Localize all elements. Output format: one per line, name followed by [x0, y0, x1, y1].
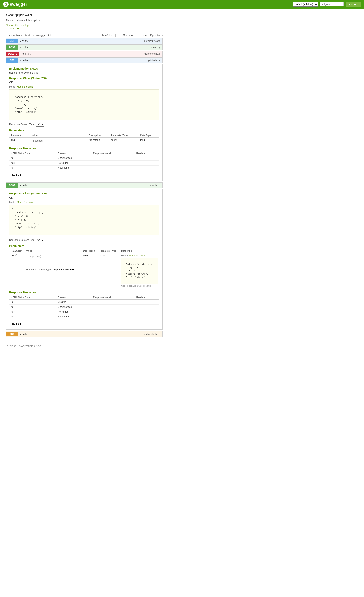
swagger-icon: {}: [3, 1, 9, 7]
footer: [ BASE URL: / , API VERSION: 1.0.0 ]: [0, 344, 364, 348]
api-links: Contact the developer Apache 2.0: [6, 24, 163, 30]
col-description: Description: [81, 249, 98, 253]
try-it-out-button[interactable]: Try it out!: [9, 173, 24, 177]
params-title: Parameters: [9, 244, 159, 248]
contact-developer-link[interactable]: Contact the developer: [6, 24, 163, 27]
logo: {} swagger: [3, 1, 27, 7]
get-hotel-panel: Implementation Notes get the hotel by th…: [6, 64, 163, 181]
col-headers: Headers: [135, 295, 159, 300]
col-headers: Headers: [135, 151, 159, 156]
response-json-box: { "address": "string", "city": 0, "id": …: [9, 89, 159, 120]
response-json-box: { "address": "string", "city": 0, "id": …: [9, 205, 159, 235]
col-value: Value: [25, 249, 81, 253]
api-select[interactable]: default (api-docs): [293, 2, 318, 7]
method-badge-get: GET: [6, 58, 18, 63]
click-hint: Click to set as parameter value: [121, 285, 158, 287]
reason: Created: [56, 300, 92, 305]
reason: Not Found: [56, 314, 92, 319]
headers: [135, 314, 159, 319]
params-title: Parameters: [9, 129, 159, 132]
param-name: cid: [9, 138, 30, 144]
param-description: hotel: [81, 253, 98, 288]
col-value: Value: [30, 133, 87, 138]
response-content-type: Response Content Type */*: [9, 122, 159, 126]
response-model: [92, 161, 135, 165]
table-row: 404 Not Found: [9, 165, 159, 170]
endpoint-post-city[interactable]: POST /city save city: [6, 45, 163, 50]
col-data-type: Data Type: [120, 249, 159, 253]
col-data-type: Data Type: [139, 133, 159, 138]
show-hide-link[interactable]: Show/Hide: [101, 34, 113, 37]
param-content-type-select[interactable]: application/json: [53, 268, 75, 271]
col-param-type: Parameter Type: [98, 249, 120, 253]
status-code: 403: [9, 161, 56, 165]
endpoint-get-city[interactable]: GET /city get city by state: [6, 38, 163, 44]
api-key-input[interactable]: [320, 2, 344, 7]
response-messages-table: HTTP Status Code Reason Response Model H…: [9, 295, 159, 319]
table-row: 403 Forbidden: [9, 161, 159, 165]
status-code: 201: [9, 300, 56, 305]
col-response-model: Response Model: [92, 295, 135, 300]
endpoint-path: /city: [18, 38, 142, 44]
method-badge-post: POST: [6, 45, 18, 50]
inline-model-schema-link[interactable]: Model Schema: [129, 254, 145, 257]
param-hotel-textarea[interactable]: [26, 254, 80, 266]
model-schema-link[interactable]: Model Schema: [17, 85, 32, 88]
response-messages-title: Response Messages: [9, 291, 159, 294]
endpoint-path: /hotel: [18, 58, 146, 63]
param-value-cell: Parameter content type: application/json: [25, 253, 81, 288]
endpoint-post-hotel[interactable]: POST /hotel save hotel: [6, 182, 163, 188]
col-status-code: HTTP Status Code: [9, 295, 56, 300]
method-badge-post: POST: [6, 183, 18, 188]
table-row: 401 Unauthorized: [9, 305, 159, 309]
endpoint-desc: save hotel: [148, 183, 162, 188]
endpoint-put-hotel[interactable]: PUT /hotel update the hotel: [6, 331, 163, 337]
impl-notes-title: Implementation Notes: [9, 67, 159, 70]
apache-link[interactable]: Apache 2.0: [6, 27, 163, 30]
model-toggle: Model Model Schema: [9, 201, 159, 204]
header: {} swagger default (api-docs) Explore: [0, 0, 364, 9]
list-operations-link[interactable]: List Operations: [118, 34, 135, 37]
reason: Unauthorized: [56, 156, 92, 161]
params-table: Parameter Value Description Parameter Ty…: [9, 133, 159, 144]
endpoint-get-hotel[interactable]: GET /hotel get the hotel: [6, 57, 163, 63]
model-schema-inline: Model Model Schema: [121, 254, 158, 257]
try-it-out-button[interactable]: Try it out!: [9, 322, 24, 326]
param-cid-input[interactable]: [32, 139, 67, 143]
headers: [135, 300, 159, 305]
headers: [135, 165, 159, 170]
inline-json-box: { "address": "string", "city": 0, "id": …: [121, 258, 158, 284]
reason: Unauthorized: [56, 305, 92, 309]
response-ok: OK: [9, 196, 159, 199]
footer-text: [ BASE URL: / , API VERSION: 1.0.0 ]: [6, 345, 42, 347]
explore-button[interactable]: Explore: [346, 2, 361, 7]
response-model: [92, 314, 135, 319]
param-type: body: [98, 253, 120, 288]
endpoint-desc: get the hotel: [146, 58, 162, 63]
endpoint-desc: get city by state: [142, 38, 162, 43]
endpoint-desc: delete the hotel: [142, 51, 162, 56]
method-badge-put: PUT: [6, 332, 18, 337]
col-parameter: Parameter: [9, 133, 30, 138]
params-table: Parameter Value Description Parameter Ty…: [9, 249, 159, 288]
col-reason: Reason: [56, 295, 92, 300]
endpoint-desc: save city: [149, 45, 162, 50]
expand-operations-link[interactable]: Expand Operations: [141, 34, 163, 37]
reason: Not Found: [56, 165, 92, 170]
response-content-type-select[interactable]: */*: [36, 238, 44, 242]
status-code: 404: [9, 165, 56, 170]
endpoint-path: /hotel: [19, 51, 142, 57]
table-row: cid the hotel id query long: [9, 138, 159, 144]
response-content-type: Response Content Type */*: [9, 238, 159, 242]
table-row: 201 Created: [9, 300, 159, 305]
response-class-title: Response Class (Status 200): [9, 192, 159, 195]
endpoint-delete-hotel[interactable]: DELETE /hotel delete the hotel: [6, 51, 163, 57]
status-code: 401: [9, 156, 56, 161]
controller-bar: test-controller: test the swagger API Sh…: [6, 33, 163, 37]
impl-desc: get the hotel by the city id: [9, 71, 159, 74]
model-schema-link[interactable]: Model Schema: [17, 201, 32, 204]
response-content-type-select[interactable]: */*: [36, 122, 44, 126]
response-model: [92, 156, 135, 161]
param-name: hotel: [9, 253, 25, 288]
endpoint-path: /hotel: [18, 182, 148, 188]
